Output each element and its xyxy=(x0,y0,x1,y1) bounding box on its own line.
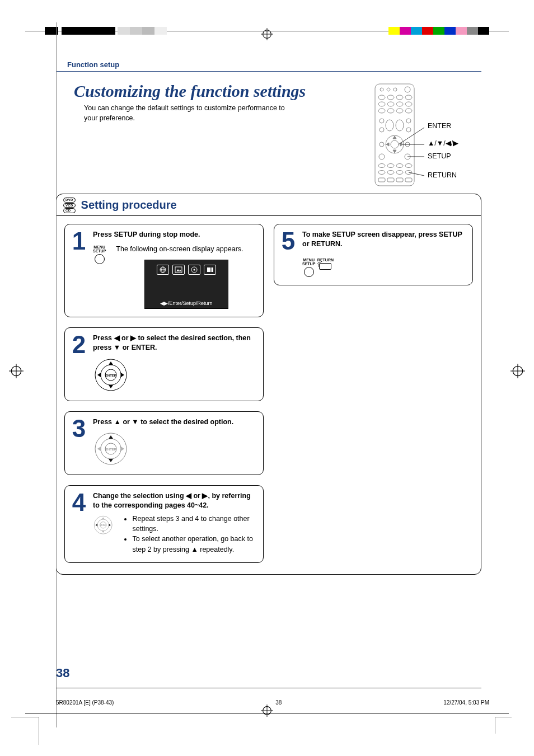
badge-dvd: DVD xyxy=(63,198,76,203)
callout-setup: SETUP xyxy=(428,152,451,160)
svg-point-47 xyxy=(387,171,394,175)
label-menu: MENU xyxy=(93,245,105,249)
globe-icon xyxy=(157,265,169,275)
step-number: 2 xyxy=(71,334,87,393)
page-body: Function setup Customizing the function … xyxy=(56,56,481,694)
svg-point-16 xyxy=(396,95,403,100)
osd-screen: ◀▶/Enter/Setup/Return xyxy=(144,260,228,309)
svg-point-27 xyxy=(386,120,394,131)
svg-rect-52 xyxy=(396,178,403,182)
remote-diagram: ENTER ▲/▼/◀/▶ SETUP RETURN xyxy=(369,82,481,188)
svg-point-12 xyxy=(387,88,390,91)
note-item: To select another operation, go back to … xyxy=(132,534,256,554)
crop-corner-bl xyxy=(11,717,39,745)
step-notes: Repeat steps 3 and 4 to change other set… xyxy=(123,514,256,555)
return-button-icon: RETURN xyxy=(317,258,334,270)
step-head: To make SETUP screen disappear, press SE… xyxy=(302,230,466,249)
svg-point-21 xyxy=(405,102,412,106)
register-mark-icon xyxy=(510,364,525,378)
section-label: Function setup xyxy=(67,60,481,69)
svg-point-43 xyxy=(387,164,394,168)
svg-rect-69 xyxy=(212,267,213,272)
svg-marker-85 xyxy=(121,447,124,451)
menu-setup-button-icon: MENU SETUP xyxy=(93,245,106,264)
svg-point-44 xyxy=(396,164,403,168)
svg-marker-64 xyxy=(176,269,181,271)
step-5: 5 To make SETUP screen disappear, press … xyxy=(274,224,473,285)
svg-marker-84 xyxy=(97,447,101,451)
svg-point-26 xyxy=(380,119,384,123)
dpad-icon: ENTER xyxy=(93,431,129,467)
svg-point-33 xyxy=(391,140,399,148)
svg-marker-77 xyxy=(121,373,124,377)
callout-return: RETURN xyxy=(428,171,457,179)
svg-point-28 xyxy=(396,120,404,131)
svg-text:ENTER: ENTER xyxy=(105,374,117,377)
badge-cd: CD xyxy=(63,208,76,213)
svg-point-18 xyxy=(378,102,385,106)
svg-line-54 xyxy=(399,128,424,144)
svg-point-45 xyxy=(405,164,412,168)
osd-footer-text: ◀▶/Enter/Setup/Return xyxy=(160,300,213,306)
svg-marker-92 xyxy=(96,524,97,527)
callout-arrows: ▲/▼/◀/▶ xyxy=(428,139,458,147)
callout-enter: ENTER xyxy=(428,122,451,130)
svg-rect-67 xyxy=(207,267,210,272)
label-menu: MENU xyxy=(303,258,315,262)
menu-setup-button-icon: MENU SETUP xyxy=(302,258,315,277)
page-num-rule xyxy=(56,688,481,688)
svg-point-46 xyxy=(378,171,385,175)
step-2: 2 Press ◀ or ▶ to select the desired sec… xyxy=(64,327,264,401)
step-4: 4 Change the selection using ◀ or ▶, by … xyxy=(64,485,264,562)
svg-point-29 xyxy=(406,119,411,123)
svg-point-23 xyxy=(387,109,394,113)
disc-icon xyxy=(188,265,200,275)
section-rule xyxy=(56,71,481,72)
dpad-icon: ENTER xyxy=(93,357,129,393)
step-head: Press SETUP during stop mode. xyxy=(93,230,256,240)
disc-badges: DVD VCD CD xyxy=(63,198,76,213)
crop-corner-br xyxy=(495,717,523,745)
svg-point-24 xyxy=(396,109,403,113)
svg-rect-68 xyxy=(210,267,212,272)
procedure-box: DVD VCD CD Setting procedure 1 Press SET… xyxy=(56,194,481,575)
left-column: 1 Press SETUP during stop mode. MENU SET… xyxy=(64,224,264,563)
page-title: Customizing the function settings xyxy=(62,82,306,101)
svg-marker-82 xyxy=(109,435,113,439)
step-head: Press ▲ or ▼ to select the desired optio… xyxy=(93,417,256,427)
step-number: 5 xyxy=(280,230,297,277)
step-head: Change the selection using ◀ or ▶, by re… xyxy=(93,491,256,510)
step-number: 3 xyxy=(71,417,87,467)
imprint-right: 12/27/04, 5:03 PM xyxy=(443,699,489,706)
svg-point-13 xyxy=(394,88,397,91)
page-number: 38 xyxy=(56,666,69,680)
svg-point-31 xyxy=(406,128,411,132)
svg-point-40 xyxy=(379,154,385,159)
svg-marker-75 xyxy=(109,385,113,388)
svg-rect-51 xyxy=(387,178,394,182)
svg-point-25 xyxy=(405,109,412,113)
step-number: 1 xyxy=(71,230,87,309)
imprint-left: 5R80201A [E] (P38-43) xyxy=(56,699,114,706)
svg-point-17 xyxy=(405,95,412,100)
color-blocks xyxy=(388,27,489,35)
svg-rect-50 xyxy=(378,178,385,182)
note-item: Repeat steps 3 and 4 to change other set… xyxy=(132,514,256,534)
procedure-title: Setting procedure xyxy=(81,199,177,212)
svg-text:ENTER: ENTER xyxy=(105,448,117,451)
svg-point-42 xyxy=(378,164,385,168)
svg-marker-93 xyxy=(109,524,111,527)
svg-point-38 xyxy=(380,142,384,147)
gray-strip xyxy=(118,27,167,35)
svg-point-66 xyxy=(193,269,195,270)
svg-rect-53 xyxy=(405,178,412,182)
label-return: RETURN xyxy=(317,258,334,262)
step-head: Press ◀ or ▶ to select the desired secti… xyxy=(93,334,256,353)
title-row: Customizing the function settings You ca… xyxy=(62,82,481,188)
svg-point-11 xyxy=(380,88,383,91)
procedure-header: DVD VCD CD Setting procedure xyxy=(57,194,481,216)
svg-marker-35 xyxy=(393,150,396,153)
picture-icon xyxy=(172,265,185,275)
svg-point-48 xyxy=(396,171,403,175)
right-column: 5 To make SETUP screen disappear, press … xyxy=(274,224,473,285)
